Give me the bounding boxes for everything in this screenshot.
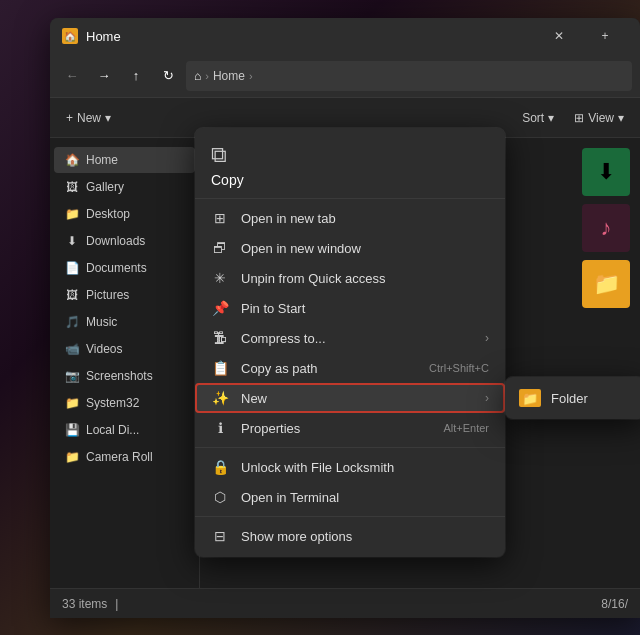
- download-icon-box: ⬇: [582, 148, 630, 196]
- sidebar-item-home[interactable]: 🏠 Home: [54, 147, 195, 173]
- context-menu: ⧉ Copy ⊞ Open in new tab 🗗 Open in new w…: [195, 128, 505, 557]
- sort-chevron: ▾: [548, 111, 554, 125]
- refresh-button[interactable]: ↻: [154, 62, 182, 90]
- documents-icon: 📄: [64, 260, 80, 276]
- videos-icon: 📹: [64, 341, 80, 357]
- new-folder-group: ✨ New › 📁 Folder: [195, 383, 505, 413]
- music-icon: 🎵: [64, 314, 80, 330]
- sidebar-label-gallery: Gallery: [86, 180, 124, 194]
- sidebar-item-downloads[interactable]: ⬇ Downloads: [54, 228, 195, 254]
- menu-unlock-locksmith[interactable]: 🔒 Unlock with File Locksmith: [195, 452, 505, 482]
- pin-to-start-icon: 📌: [211, 299, 229, 317]
- menu-divider-2: [195, 516, 505, 517]
- desktop-icon: 📁: [64, 206, 80, 222]
- copy-as-path-shortcut: Ctrl+Shift+C: [429, 362, 489, 374]
- open-new-tab-icon: ⊞: [211, 209, 229, 227]
- new-chevron: ▾: [105, 111, 111, 125]
- new-tab-button[interactable]: +: [582, 18, 628, 54]
- file-explorer-window: 🏠 Home ✕ + ← → ↑ ↻ ⌂ › Home › + New ▾ So…: [50, 18, 640, 618]
- screenshots-icon: 📷: [64, 368, 80, 384]
- sidebar-label-documents: Documents: [86, 261, 147, 275]
- date-label: 8/16/: [601, 597, 628, 611]
- close-button[interactable]: ✕: [536, 18, 582, 54]
- folder-label: Folder: [551, 391, 588, 406]
- sidebar-label-camera-roll: Camera Roll: [86, 450, 153, 464]
- sidebar-item-desktop[interactable]: 📁 Desktop: [54, 201, 195, 227]
- menu-new[interactable]: ✨ New ›: [195, 383, 505, 413]
- navigation-toolbar: ← → ↑ ↻ ⌂ › Home ›: [50, 54, 640, 98]
- folder-submenu-icon: 📁: [519, 389, 541, 407]
- lock-icon: 🔒: [211, 458, 229, 476]
- properties-icon: ℹ: [211, 419, 229, 437]
- menu-unpin-quick-access[interactable]: ✳ Unpin from Quick access: [195, 263, 505, 293]
- view-label: View: [588, 111, 614, 125]
- right-icons: ⬇ ♪ 📁: [582, 148, 630, 308]
- copy-icon: ⧉: [211, 142, 227, 168]
- sidebar-item-local-disk[interactable]: 💾 Local Di...: [54, 417, 195, 443]
- home-icon: ⌂: [194, 69, 201, 83]
- back-button[interactable]: ←: [58, 62, 86, 90]
- window-icon: 🏠: [62, 28, 78, 44]
- address-bar[interactable]: ⌂ › Home ›: [186, 61, 632, 91]
- sidebar-item-system32[interactable]: 📁 System32: [54, 390, 195, 416]
- sidebar-item-documents[interactable]: 📄 Documents: [54, 255, 195, 281]
- camera-roll-icon: 📁: [64, 449, 80, 465]
- sidebar-item-music[interactable]: 🎵 Music: [54, 309, 195, 335]
- copy-label: Copy: [211, 172, 244, 188]
- menu-compress-to[interactable]: 🗜 Compress to... ›: [195, 323, 505, 353]
- context-menu-header: ⧉ Copy: [195, 134, 505, 199]
- open-new-window-label: Open in new window: [241, 241, 489, 256]
- unpin-icon: ✳: [211, 269, 229, 287]
- open-new-window-icon: 🗗: [211, 239, 229, 257]
- new-icon: +: [66, 111, 73, 125]
- menu-copy-as-path[interactable]: 📋 Copy as path Ctrl+Shift+C: [195, 353, 505, 383]
- properties-shortcut: Alt+Enter: [443, 422, 489, 434]
- menu-open-new-tab[interactable]: ⊞ Open in new tab: [195, 203, 505, 233]
- sidebar-item-pictures[interactable]: 🖼 Pictures: [54, 282, 195, 308]
- pin-to-start-label: Pin to Start: [241, 301, 489, 316]
- sidebar-label-pictures: Pictures: [86, 288, 129, 302]
- menu-open-new-window[interactable]: 🗗 Open in new window: [195, 233, 505, 263]
- compress-arrow: ›: [485, 331, 489, 345]
- new-label: New: [77, 111, 101, 125]
- open-terminal-label: Open in Terminal: [241, 490, 489, 505]
- sidebar-item-camera-roll[interactable]: 📁 Camera Roll: [54, 444, 195, 470]
- terminal-icon: ⬡: [211, 488, 229, 506]
- cursor-indicator: |: [115, 597, 118, 611]
- sidebar-item-gallery[interactable]: 🖼 Gallery: [54, 174, 195, 200]
- item-count: 33 items: [62, 597, 107, 611]
- menu-pin-to-start[interactable]: 📌 Pin to Start: [195, 293, 505, 323]
- sidebar-item-screenshots[interactable]: 📷 Screenshots: [54, 363, 195, 389]
- compress-label: Compress to...: [241, 331, 473, 346]
- sidebar-label-home: Home: [86, 153, 118, 167]
- sidebar-label-screenshots: Screenshots: [86, 369, 153, 383]
- menu-open-terminal[interactable]: ⬡ Open in Terminal: [195, 482, 505, 512]
- view-button[interactable]: ⊞ View ▾: [566, 107, 632, 129]
- forward-button[interactable]: →: [90, 62, 118, 90]
- sort-button[interactable]: Sort ▾: [514, 107, 562, 129]
- menu-properties[interactable]: ℹ Properties Alt+Enter: [195, 413, 505, 443]
- new-arrow: ›: [485, 391, 489, 405]
- folder-icon-box: 📁: [582, 260, 630, 308]
- breadcrumb-home: Home: [213, 69, 245, 83]
- view-chevron: ▾: [618, 111, 624, 125]
- new-menu-icon: ✨: [211, 389, 229, 407]
- submenu-folder[interactable]: 📁 Folder: [505, 383, 640, 413]
- downloads-icon: ⬇: [64, 233, 80, 249]
- sort-label: Sort: [522, 111, 544, 125]
- sidebar-label-downloads: Downloads: [86, 234, 145, 248]
- sidebar: 🏠 Home 🖼 Gallery 📁 Desktop ⬇ Downloads 📄…: [50, 138, 200, 588]
- open-new-tab-label: Open in new tab: [241, 211, 489, 226]
- sidebar-label-local-disk: Local Di...: [86, 423, 139, 437]
- copy-as-path-label: Copy as path: [241, 361, 417, 376]
- sidebar-label-desktop: Desktop: [86, 207, 130, 221]
- show-more-options-label: Show more options: [241, 529, 489, 544]
- more-options-icon: ⊟: [211, 527, 229, 545]
- menu-show-more-options[interactable]: ⊟ Show more options: [195, 521, 505, 551]
- new-submenu: 📁 Folder: [505, 377, 640, 419]
- up-button[interactable]: ↑: [122, 62, 150, 90]
- statusbar: 33 items | 8/16/: [50, 588, 640, 618]
- sidebar-item-videos[interactable]: 📹 Videos: [54, 336, 195, 362]
- new-button[interactable]: + New ▾: [58, 107, 119, 129]
- view-icon: ⊞: [574, 111, 584, 125]
